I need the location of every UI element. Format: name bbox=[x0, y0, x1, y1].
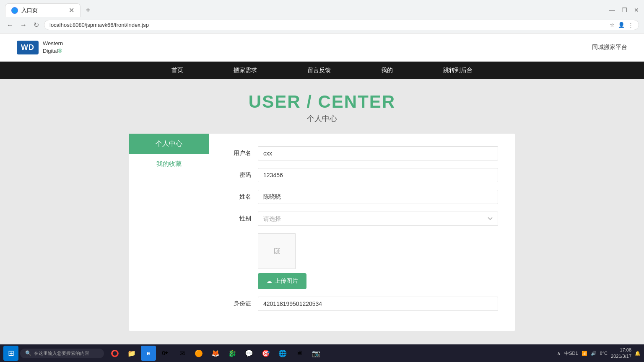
tab-bar: 🌐 入口页 ✕ + bbox=[5, 3, 94, 17]
address-bar[interactable]: localhost:8080/jspmawk66/front/index.jsp… bbox=[44, 20, 639, 30]
taskbar-icon-app2[interactable]: 🐉 bbox=[225, 346, 240, 348]
nav-item-moving[interactable]: 搬家需求 bbox=[208, 62, 282, 79]
site-nav: 首页 搬家需求 留言反馈 我的 跳转到后台 bbox=[0, 62, 644, 79]
browser-tab[interactable]: 🌐 入口页 ✕ bbox=[5, 3, 80, 17]
taskbar-time: 17:08 bbox=[611, 347, 631, 348]
taskbar-icon-windows-store[interactable]: 🛍 bbox=[158, 346, 173, 348]
start-button[interactable]: ⊞ bbox=[3, 346, 18, 348]
address-icons: ☆ 👤 ⋮ bbox=[610, 22, 634, 28]
sidebar: 个人中心 我的收藏 bbox=[129, 134, 209, 331]
logo-box: WD bbox=[17, 41, 39, 54]
window-minimize-button[interactable]: — bbox=[609, 7, 615, 13]
password-input[interactable] bbox=[258, 168, 498, 182]
username-input[interactable] bbox=[258, 146, 498, 160]
gender-select-wrapper: 请选择 男 女 bbox=[258, 212, 498, 226]
nav-item-admin[interactable]: 跳转到后台 bbox=[418, 62, 498, 79]
password-row: 密码 bbox=[226, 168, 498, 182]
taskbar-icons: ⭕ 📁 e 🛍 ✉ 🟠 🦊 🐉 💬 🎯 🌐 🖥 📷 bbox=[107, 346, 324, 348]
nav-item-mine[interactable]: 我的 bbox=[356, 62, 418, 79]
name-input[interactable] bbox=[258, 190, 498, 204]
tab-close-button[interactable]: ✕ bbox=[69, 6, 74, 14]
taskbar-icon-app5[interactable]: 📷 bbox=[309, 346, 324, 348]
site-header: WD Western Digital® 同城搬家平台 bbox=[0, 34, 644, 62]
forward-button[interactable]: → bbox=[18, 20, 29, 31]
page-body: USER / CENTER 个人中心 个人中心 我的收藏 用户名 密码 bbox=[0, 79, 644, 348]
window-controls: — ❐ ✕ bbox=[609, 7, 639, 13]
name-row: 姓名 bbox=[226, 190, 498, 204]
taskbar-clock[interactable]: 17:08 2021/3/17 bbox=[611, 347, 631, 348]
window-close-button[interactable]: ✕ bbox=[634, 7, 639, 13]
id-input[interactable] bbox=[258, 297, 498, 311]
id-label: 身份证 bbox=[226, 300, 251, 308]
page-title-main: USER / CENTER bbox=[17, 92, 627, 112]
gender-row: 性别 请选择 男 女 bbox=[226, 212, 498, 226]
username-row: 用户名 bbox=[226, 146, 498, 160]
upload-button-label: 上传图片 bbox=[275, 277, 298, 285]
taskbar-icon-firefox[interactable]: 🦊 bbox=[208, 346, 223, 348]
page-content: WD Western Digital® 同城搬家平台 首页 搬家需求 留言反馈 … bbox=[0, 34, 644, 348]
sidebar-item-favorites[interactable]: 我的收藏 bbox=[129, 154, 209, 174]
site-tagline: 同城搬家平台 bbox=[592, 44, 627, 51]
bookmark-icon[interactable]: ☆ bbox=[610, 22, 615, 28]
taskbar-icon-files[interactable]: 📁 bbox=[124, 346, 139, 348]
form-area: 用户名 密码 姓名 性别 请选 bbox=[209, 134, 515, 331]
broken-image-icon: 🖼 bbox=[273, 248, 280, 255]
taskbar-icon-app3[interactable]: 🎯 bbox=[258, 346, 273, 348]
logo-wd: WD bbox=[21, 43, 34, 52]
gender-label: 性别 bbox=[226, 215, 251, 222]
tab-title: 入口页 bbox=[21, 7, 38, 14]
tab-favicon: 🌐 bbox=[11, 7, 18, 14]
window-restore-button[interactable]: ❐ bbox=[622, 7, 627, 13]
nav-item-feedback[interactable]: 留言反馈 bbox=[282, 62, 356, 79]
logo-brand-line2: Digital® bbox=[43, 47, 63, 55]
image-preview: 🖼 bbox=[258, 233, 296, 269]
image-upload-row: 🖼 ☁ 上传图片 bbox=[258, 233, 498, 289]
name-label: 姓名 bbox=[226, 193, 251, 201]
browser-titlebar: 🌐 入口页 ✕ + — ❐ ✕ bbox=[0, 0, 644, 17]
browser-addressbar: ← → ↻ localhost:8080/jspmawk66/front/ind… bbox=[0, 17, 644, 33]
logo-text: Western Digital® bbox=[43, 40, 63, 55]
id-row: 身份证 bbox=[226, 297, 498, 311]
taskbar-icon-wechat[interactable]: 💬 bbox=[242, 346, 257, 348]
nav-item-home[interactable]: 首页 bbox=[146, 62, 208, 79]
taskbar-icon-chrome[interactable]: 🌐 bbox=[275, 346, 290, 348]
main-layout: 个人中心 我的收藏 用户名 密码 姓名 bbox=[129, 134, 515, 331]
new-tab-button[interactable]: + bbox=[82, 4, 94, 17]
reload-button[interactable]: ↻ bbox=[32, 19, 41, 31]
logo-brand-line1: Western bbox=[43, 40, 63, 47]
logo-area: WD Western Digital® bbox=[17, 40, 63, 55]
page-title-section: USER / CENTER 个人中心 bbox=[17, 92, 627, 124]
address-text: localhost:8080/jspmawk66/front/index.jsp bbox=[49, 22, 610, 28]
taskbar-right: ∧ 中SD1 📶 🔊 8°C 17:08 2021/3/17 🔔 bbox=[557, 347, 641, 348]
taskbar: ⊞ 🔍 在这里输入您要搜索的内容 ⭕ 📁 e 🛍 ✉ 🟠 🦊 🐉 💬 🎯 🌐 🖥… bbox=[0, 344, 644, 348]
gender-select[interactable]: 请选择 男 女 bbox=[258, 212, 498, 226]
browser-chrome: 🌐 入口页 ✕ + — ❐ ✕ ← → ↻ localhost:8080/jsp… bbox=[0, 0, 644, 34]
more-icon[interactable]: ⋮ bbox=[628, 22, 634, 28]
back-button[interactable]: ← bbox=[5, 20, 15, 31]
page-title-sub: 个人中心 bbox=[17, 114, 627, 124]
taskbar-icon-app4[interactable]: 🖥 bbox=[292, 346, 307, 348]
upload-button[interactable]: ☁ 上传图片 bbox=[258, 273, 306, 289]
password-label: 密码 bbox=[226, 171, 251, 179]
taskbar-icon-cortana[interactable]: ⭕ bbox=[107, 346, 122, 348]
taskbar-icon-mail[interactable]: ✉ bbox=[174, 346, 190, 348]
sidebar-item-profile[interactable]: 个人中心 bbox=[129, 134, 209, 154]
username-label: 用户名 bbox=[226, 150, 251, 157]
taskbar-icon-app1[interactable]: 🟠 bbox=[191, 346, 206, 348]
taskbar-icon-edge[interactable]: e bbox=[141, 346, 156, 348]
upload-cloud-icon: ☁ bbox=[266, 278, 272, 284]
profile-icon[interactable]: 👤 bbox=[618, 22, 625, 28]
